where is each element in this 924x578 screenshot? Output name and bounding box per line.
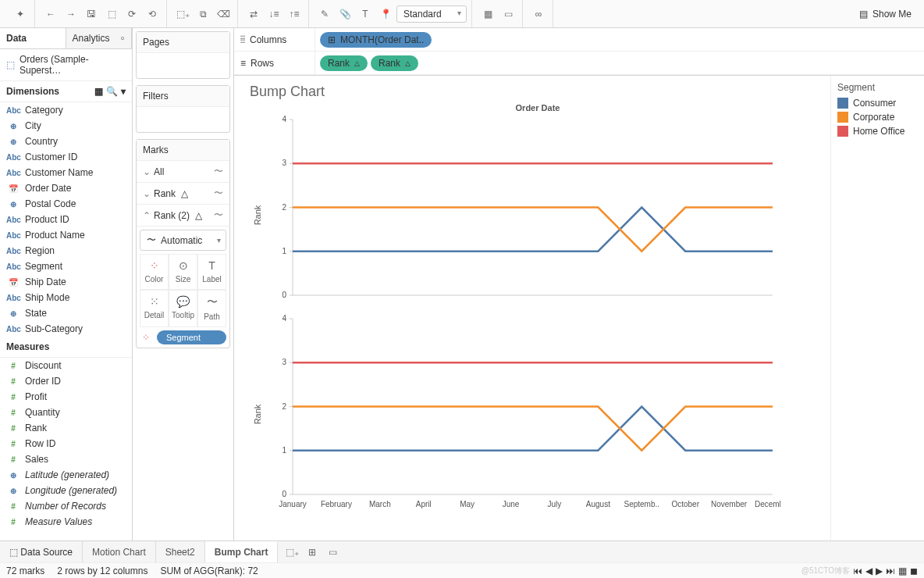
auto-update-icon[interactable]: ⟲ [143,5,162,23]
marks-all-row[interactable]: ⌄All〜 [137,161,229,183]
datasource-item[interactable]: ⬚ Orders (Sample-Superst… [0,49,132,81]
field-item[interactable]: ⊕Latitude (generated) [0,467,132,483]
pin-icon[interactable]: 📍 [376,5,395,23]
field-item[interactable]: AbcProduct ID [0,212,132,227]
field-item[interactable]: AbcCategory [0,102,132,118]
columns-shelf[interactable]: ⦙⦙⦙Columns ⊞MONTH(Order Dat.. [234,28,924,52]
database-icon: ⬚ [9,547,18,558]
save-icon[interactable]: 🖫 [82,5,101,23]
refresh-icon[interactable]: ⟳ [123,5,141,23]
new-sheet-icon[interactable]: ⬚₊ [283,543,301,562]
analytics-tab[interactable]: Analytics [66,28,133,48]
field-item[interactable]: 📅Order Date [0,180,132,196]
marks-rank2-row[interactable]: ⌃Rank (2) △〜 [137,205,229,227]
field-item[interactable]: AbcCustomer ID [0,149,132,165]
rows-pill-rank1[interactable]: Rank△ [320,55,368,71]
color-button[interactable]: ⁘Color [140,254,169,290]
data-tab[interactable]: Data [0,28,66,48]
rows-shelf[interactable]: ≡Rows Rank△ Rank△ [234,52,924,75]
view-full-icon[interactable]: ◼ [910,566,918,576]
field-item[interactable]: #Order ID [0,373,132,389]
size-button[interactable]: ⊙Size [169,254,197,290]
sum-agg: SUM of AGG(Rank): 72 [160,566,258,576]
legend-item[interactable]: Corporate [837,112,918,123]
field-item[interactable]: AbcShip Mode [0,290,132,305]
rows-pill-rank2[interactable]: Rank△ [371,55,418,71]
highlight-icon[interactable]: ✎ [315,5,334,23]
field-item[interactable]: ⊕Postal Code [0,196,132,212]
sort-asc-icon[interactable]: ↓≡ [265,5,283,23]
nav-next-icon[interactable]: ▶ [876,566,883,576]
field-item[interactable]: AbcSub-Category [0,321,132,337]
field-item[interactable]: AbcSegment [0,259,132,274]
num-icon: # [6,409,20,417]
field-item[interactable]: AbcProduct Name [0,227,132,243]
tooltip-button[interactable]: 💬Tooltip [169,290,197,327]
field-item[interactable]: ⊕State [0,305,132,321]
field-item[interactable]: ⊕Country [0,134,132,149]
detail-icon: ⁙ [142,295,166,308]
presentation-icon[interactable]: ▭ [499,5,517,23]
sort-desc-icon[interactable]: ↑≡ [285,5,304,23]
sheet-tab[interactable]: Motion Chart [83,541,156,562]
filters-shelf[interactable]: Filters [136,85,230,133]
forward-icon[interactable]: → [62,5,80,23]
chart-canvas[interactable]: 01234Rank01234RankJanuaryFebruaryMarchAp… [250,116,826,541]
show-me-button[interactable]: ▤ Show Me [853,9,918,20]
detail-button[interactable]: ⁙Detail [140,290,169,327]
sheet-tab[interactable]: Sheet2 [156,541,205,562]
field-item[interactable]: #Sales [0,451,132,467]
labels-icon[interactable]: T [356,5,375,23]
field-item[interactable]: AbcCustomer Name [0,165,132,180]
new-story-icon[interactable]: ▭ [323,543,342,562]
field-item[interactable]: ⊕City [0,118,132,134]
view-grid-icon[interactable]: ▦ [898,566,907,576]
path-button[interactable]: 〜Path [197,290,226,327]
svg-text:August: August [586,500,610,508]
field-item[interactable]: #Rank [0,420,132,436]
chart-title[interactable]: Bump Chart [250,84,826,100]
field-item[interactable]: #Quantity [0,405,132,420]
mark-type-dropdown[interactable]: 〜Automatic [140,230,226,251]
menu-icon[interactable]: ▾ [121,86,126,97]
nav-prev-icon[interactable]: ◀ [865,566,872,576]
new-worksheet-icon[interactable]: ⬚₊ [173,5,192,23]
num-icon: # [6,440,20,448]
nav-last-icon[interactable]: ⏭ [886,566,895,576]
pages-shelf[interactable]: Pages [136,31,230,79]
legend-item[interactable]: Consumer [837,98,918,109]
swap-icon[interactable]: ⇄ [244,5,263,23]
search-icon[interactable]: 🔍 [106,86,118,97]
new-dashboard-icon[interactable]: ⊞ [303,543,322,562]
view-icon[interactable]: ▦ [94,86,103,97]
columns-pill-month[interactable]: ⊞MONTH(Order Dat.. [320,32,432,48]
color-legend[interactable]: Segment ConsumerCorporateHome Office [830,76,924,541]
field-item[interactable]: ⊕Longitude (generated) [0,483,132,498]
path-icon: 〜 [200,295,224,309]
legend-item[interactable]: Home Office [837,126,918,137]
field-item[interactable]: #Profit [0,389,132,405]
nav-first-icon[interactable]: ⏮ [853,566,862,576]
field-item[interactable]: #Row ID [0,436,132,451]
field-item[interactable]: #Measure Values [0,514,132,530]
back-icon[interactable]: ← [41,5,60,23]
data-source-tab[interactable]: ⬚ Data Source [0,541,83,562]
label-button[interactable]: TLabel [197,254,226,290]
group-icon[interactable]: 📎 [336,5,354,23]
share-icon[interactable]: ∞ [529,5,548,23]
duplicate-icon[interactable]: ⧉ [194,5,212,23]
field-item[interactable]: AbcRegion [0,243,132,259]
clear-icon[interactable]: ⌫ [214,5,233,23]
num-icon: # [6,518,20,526]
line-icon: 〜 [147,234,156,247]
field-item[interactable]: #Number of Records [0,498,132,514]
segment-color-pill[interactable]: ⁘ Segment [140,330,226,344]
new-datasource-icon[interactable]: ⬚ [102,5,121,23]
sheet-tab-active[interactable]: Bump Chart [205,541,279,562]
field-item[interactable]: 📅Ship Date [0,274,132,290]
fit-dropdown[interactable]: Standard [396,5,467,23]
marks-rank1-row[interactable]: ⌄Rank △〜 [137,183,229,205]
field-item[interactable]: #Discount [0,358,132,373]
tableau-logo-icon[interactable]: ✦ [11,5,30,23]
cards-icon[interactable]: ▦ [478,5,497,23]
